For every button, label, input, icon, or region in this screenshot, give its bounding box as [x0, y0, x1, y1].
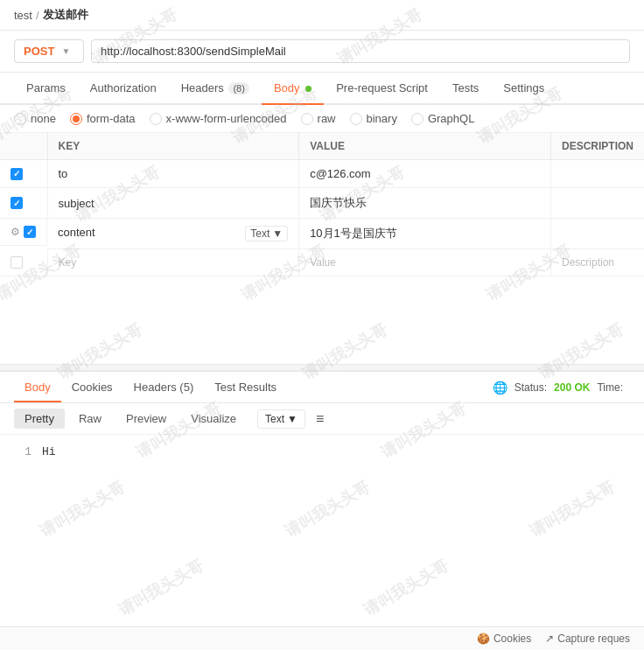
request-tabs: Params Authorization Headers (8) Body Pr…: [0, 73, 644, 105]
radio-dot-graphql: [411, 113, 424, 125]
breadcrumb-separator: /: [36, 9, 39, 22]
view-tab-pretty[interactable]: Pretty: [14, 409, 65, 429]
new-row-key[interactable]: Key: [47, 249, 299, 276]
row-to-description: [550, 160, 644, 188]
cookie-icon: 🍪: [477, 633, 490, 645]
resp-tab-test-results[interactable]: Test Results: [204, 372, 287, 402]
row-to-checkbox-cell: [0, 160, 47, 188]
status-bar: 🌐 Status: 200 OK Time:: [493, 381, 630, 395]
section-separator: [0, 364, 644, 371]
row-content-checkbox-cell: ⚙: [0, 219, 47, 246]
text-type-dropdown[interactable]: Text ▼: [245, 226, 288, 241]
tab-pre-request[interactable]: Pre-request Script: [324, 73, 440, 103]
new-row-description[interactable]: Description: [550, 249, 644, 276]
method-select[interactable]: POST ▼: [14, 39, 84, 63]
tab-settings[interactable]: Settings: [491, 73, 556, 103]
settings-icon[interactable]: ⚙: [10, 226, 20, 238]
tab-tests[interactable]: Tests: [440, 73, 491, 103]
table-row: ⚙ content Text ▼ 10月1号是国庆节: [0, 219, 644, 249]
view-tab-visualize[interactable]: Visualize: [180, 409, 247, 429]
row-subject-key: subject: [47, 188, 299, 219]
resp-tab-cookies[interactable]: Cookies: [61, 372, 123, 402]
radio-binary[interactable]: binary: [350, 112, 397, 125]
row-to-checkbox[interactable]: [10, 168, 23, 180]
chevron-down-icon: ▼: [287, 413, 298, 425]
row-content-key: content Text ▼: [47, 219, 299, 249]
row-content-checkbox[interactable]: [24, 226, 36, 238]
code-content: Hi: [42, 445, 56, 458]
tab-body[interactable]: Body: [262, 73, 324, 103]
col-value: VALUE: [299, 133, 551, 160]
tab-params[interactable]: Params: [14, 73, 78, 103]
radio-raw[interactable]: raw: [301, 112, 336, 125]
method-label: POST: [24, 45, 54, 58]
radio-dot-raw: [301, 113, 313, 125]
format-select[interactable]: Text ▼: [257, 409, 305, 429]
new-row-checkbox[interactable]: [10, 256, 23, 269]
resp-tab-body[interactable]: Body: [14, 372, 61, 402]
response-tabs-bar: Body Cookies Headers (5) Test Results 🌐 …: [0, 372, 644, 403]
row-to-key: to: [47, 160, 299, 188]
tab-headers[interactable]: Headers (8): [169, 73, 262, 103]
row-subject-checkbox-cell: [0, 188, 47, 219]
time-label: Time:: [597, 381, 623, 394]
row-to-value: c@126.com: [299, 160, 551, 188]
breadcrumb-current: 发送邮件: [43, 7, 88, 23]
body-params-table: KEY VALUE DESCRIPTION to c@1: [0, 133, 644, 276]
url-bar: POST ▼: [0, 31, 644, 73]
bottom-bar: 🍪 Cookies ↗ Capture reques: [0, 626, 644, 650]
status-label: Status:: [514, 381, 547, 394]
globe-icon: 🌐: [493, 381, 508, 395]
body-type-selector: none form-data x-www-form-urlencoded raw…: [0, 105, 644, 133]
tab-authorization[interactable]: Authorization: [78, 73, 169, 103]
new-row-value[interactable]: Value: [299, 249, 551, 276]
view-tab-raw[interactable]: Raw: [68, 409, 112, 429]
radio-graphql[interactable]: GraphQL: [411, 112, 474, 125]
row-content-description: [550, 219, 644, 249]
wrap-icon[interactable]: ≡: [316, 411, 324, 427]
breadcrumb: test / 发送邮件: [0, 0, 644, 31]
resp-tab-headers[interactable]: Headers (5): [123, 372, 205, 402]
new-row: Key Value Description: [0, 249, 644, 276]
response-tabs-row: Body Cookies Headers (5) Test Results 🌐 …: [14, 372, 630, 402]
row-subject-value: 国庆节快乐: [299, 188, 551, 219]
response-code-area: 1 Hi: [0, 435, 644, 469]
empty-space: [0, 276, 644, 364]
view-tabs: Pretty Raw Preview Visualize Text ▼ ≡: [0, 403, 644, 435]
radio-none[interactable]: none: [14, 112, 56, 125]
row-content-value: 10月1号是国庆节: [299, 219, 551, 249]
radio-dot-urlencoded: [150, 113, 162, 125]
row-subject-checkbox[interactable]: [10, 197, 23, 209]
capture-icon: ↗: [545, 633, 554, 645]
response-area: Body Cookies Headers (5) Test Results 🌐 …: [0, 371, 644, 469]
status-code: 200 OK: [554, 381, 590, 394]
url-input[interactable]: [91, 39, 630, 63]
radio-form-data[interactable]: form-data: [70, 112, 136, 125]
radio-urlencoded[interactable]: x-www-form-urlencoded: [150, 112, 287, 125]
capture-button[interactable]: ↗ Capture reques: [545, 633, 630, 645]
view-tab-preview[interactable]: Preview: [116, 409, 177, 429]
radio-dot-none: [14, 113, 26, 125]
col-checkbox: [0, 133, 47, 160]
cookies-button[interactable]: 🍪 Cookies: [477, 633, 531, 645]
line-numbers: 1: [14, 445, 32, 458]
col-key: KEY: [47, 133, 299, 160]
radio-dot-binary: [350, 113, 362, 125]
chevron-down-icon: ▼: [61, 46, 70, 56]
breadcrumb-parent: test: [14, 9, 32, 22]
table-row: to c@126.com: [0, 160, 644, 188]
col-description: DESCRIPTION: [550, 133, 644, 160]
chevron-down-icon: ▼: [272, 227, 283, 240]
body-dot-indicator: [305, 86, 312, 92]
row-subject-description: [550, 188, 644, 219]
table-row: subject 国庆节快乐: [0, 188, 644, 219]
radio-dot-form-data: [70, 113, 82, 125]
